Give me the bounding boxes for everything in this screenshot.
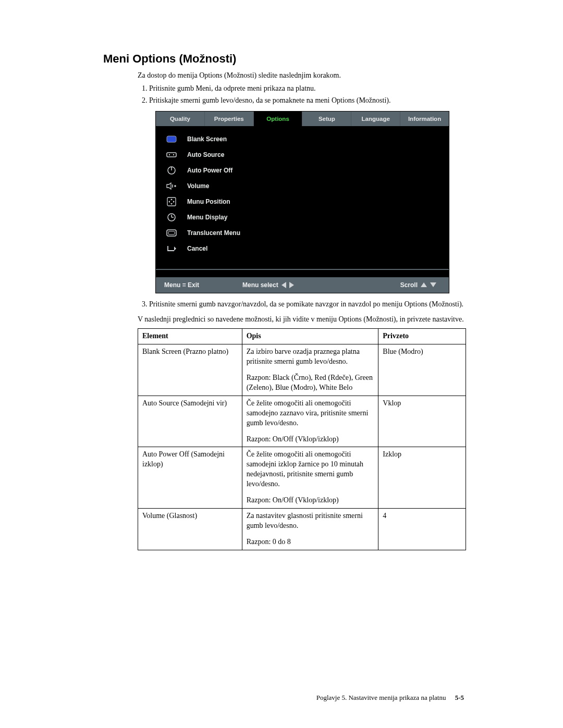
osd-item-label: Auto Power Off	[187, 167, 232, 174]
cell-opis-main: Če želite omogočiti ali onemogočiti samo…	[247, 399, 374, 428]
page-footer: Poglavje 5. Nastavitve menija prikaza na…	[316, 694, 464, 702]
osd-item-blank-screen[interactable]: Blank Screen	[156, 131, 449, 147]
footer-chapter: Poglavje 5. Nastavitve menija prikaza na…	[316, 694, 446, 701]
th-opis: Opis	[242, 329, 378, 344]
section-heading: Meni Options (Možnosti)	[103, 52, 464, 66]
th-element: Element	[138, 329, 242, 344]
svg-rect-1	[167, 153, 176, 157]
arrow-right-icon	[289, 282, 294, 288]
osd-item-translucent-menu[interactable]: Translucent Menu	[156, 225, 449, 241]
cell-opis-range: Razpon: On/Off (Vklop/izklop)	[247, 496, 374, 505]
auto-power-off-icon	[165, 166, 178, 175]
table-row: Auto Power Off (Samodejni izklop) Če žel…	[138, 447, 466, 508]
osd-tab-properties[interactable]: Properties	[205, 112, 254, 126]
osd-item-label: Auto Source	[187, 151, 224, 158]
cell-opis-range: Razpon: 0 do 8	[247, 537, 374, 547]
osd-item-label: Munu Position	[187, 198, 230, 205]
osd-item-auto-source[interactable]: Auto Source	[156, 147, 449, 163]
blank-screen-icon	[165, 134, 178, 144]
osd-item-volume[interactable]: Volume	[156, 178, 449, 194]
cell-element: Auto Power Off (Samodejni izklop)	[138, 447, 242, 508]
osd-item-cancel[interactable]: Cancel	[156, 241, 449, 256]
osd-item-label: Cancel	[187, 245, 207, 252]
osd-tab-language[interactable]: Language	[351, 112, 400, 126]
cell-element: Auto Source (Samodejni vir)	[138, 396, 242, 447]
cell-opis: Za izbiro barve ozadja praznega platna p…	[242, 344, 378, 396]
options-table: Element Opis Privzeto Blank Screen (Praz…	[138, 328, 466, 550]
arrow-up-icon	[421, 282, 427, 287]
osd-footer: Menu = Exit Menu select Scroll	[156, 277, 449, 293]
th-privzeto: Privzeto	[378, 329, 466, 344]
cell-opis-range: Razpon: Black (Črno), Red (Rdeče), Green…	[247, 373, 374, 393]
table-row: Blank Screen (Prazno platno) Za izbiro b…	[138, 344, 466, 396]
footer-page-number: 5-5	[455, 694, 464, 701]
osd-body: Blank Screen Auto Source Auto Power Off …	[156, 126, 449, 269]
cell-opis: Če želite omogočiti ali onemogočiti samo…	[242, 447, 378, 508]
svg-marker-6	[167, 183, 171, 189]
cell-opis-main: Za izbiro barve ozadja praznega platna p…	[247, 347, 374, 367]
cell-privzeto: 4	[378, 508, 466, 550]
osd-tab-information[interactable]: Information	[400, 112, 449, 126]
osd-tabbar: Quality Properties Options Setup Languag…	[156, 112, 449, 126]
osd-menu: Quality Properties Options Setup Languag…	[155, 111, 449, 293]
volume-icon	[165, 181, 178, 191]
step-1: Pritisnite gumb Meni, da odprete meni pr…	[149, 84, 464, 94]
cell-opis-main: Če želite omogočiti ali onemogočiti samo…	[247, 450, 374, 489]
osd-item-label: Menu Display	[187, 214, 227, 221]
osd-item-label: Translucent Menu	[187, 229, 240, 237]
svg-rect-0	[167, 136, 176, 142]
cell-privzeto: Vklop	[378, 396, 466, 447]
svg-marker-14	[173, 201, 175, 203]
svg-point-2	[169, 154, 170, 155]
cell-opis-range: Razpon: On/Off (Vklop/izklop)	[247, 435, 374, 445]
svg-marker-13	[168, 201, 170, 203]
osd-item-label: Volume	[187, 182, 209, 190]
osd-tab-options[interactable]: Options	[254, 112, 303, 126]
svg-marker-12	[170, 203, 173, 205]
menu-display-icon	[165, 213, 178, 222]
menu-position-icon	[165, 197, 178, 206]
cell-privzeto: Izklop	[378, 447, 466, 508]
arrow-left-icon	[282, 282, 286, 288]
svg-marker-20	[174, 246, 176, 251]
cell-opis: Za nastavitev glasnosti pritisnite smern…	[242, 508, 378, 550]
table-intro: V naslednji preglednici so navedene možn…	[138, 315, 464, 325]
osd-item-label: Blank Screen	[187, 135, 227, 143]
osd-tab-quality[interactable]: Quality	[156, 112, 205, 126]
svg-marker-11	[170, 199, 173, 200]
table-row: Volume (Glasnost) Za nastavitev glasnost…	[138, 508, 466, 550]
steps-list-3: Pritisnite smerni gumb navzgor/navzdol, …	[138, 300, 464, 310]
osd-footer-exit: Menu = Exit	[164, 281, 242, 289]
cell-opis: Če želite omogočiti ali onemogočiti samo…	[242, 396, 378, 447]
osd-footer-select: Menu select	[242, 281, 278, 289]
osd-tab-setup[interactable]: Setup	[302, 112, 351, 126]
cell-element: Volume (Glasnost)	[138, 508, 242, 550]
step-2: Pritiskajte smerni gumb levo/desno, da s…	[149, 96, 464, 106]
osd-item-auto-power-off[interactable]: Auto Power Off	[156, 163, 449, 178]
auto-source-icon	[165, 150, 178, 159]
intro-text: Za dostop do menija Options (Možnosti) s…	[138, 71, 464, 81]
osd-gap	[156, 270, 449, 277]
steps-list-12: Pritisnite gumb Meni, da odprete meni pr…	[138, 84, 464, 106]
arrow-down-icon	[430, 282, 436, 287]
cell-privzeto: Blue (Modro)	[378, 344, 466, 396]
osd-item-menu-position[interactable]: Munu Position	[156, 194, 449, 209]
osd-item-menu-display[interactable]: Menu Display	[156, 209, 449, 225]
osd-footer-scroll: Scroll	[400, 281, 418, 289]
cancel-icon	[165, 244, 178, 253]
step-3: Pritisnite smerni gumb navzgor/navzdol, …	[149, 300, 464, 310]
svg-rect-19	[168, 231, 175, 235]
table-row: Auto Source (Samodejni vir) Če želite om…	[138, 396, 466, 447]
svg-point-3	[173, 154, 174, 155]
cell-element: Blank Screen (Prazno platno)	[138, 344, 242, 396]
cell-opis-main: Za nastavitev glasnosti pritisnite smern…	[247, 511, 374, 531]
translucent-menu-icon	[165, 228, 178, 238]
